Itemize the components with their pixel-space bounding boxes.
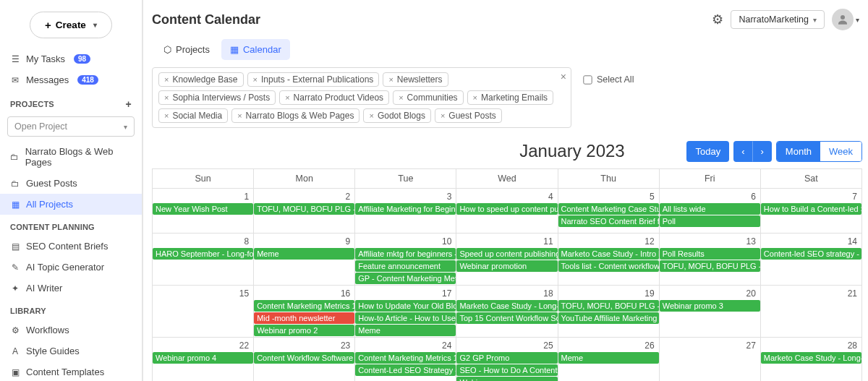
sidebar-item-all-projects[interactable]: ▦ All Projects — [0, 194, 142, 215]
today-button[interactable]: Today — [686, 141, 729, 162]
remove-chip-icon[interactable]: × — [237, 111, 242, 120]
remove-chip-icon[interactable]: × — [441, 111, 445, 120]
filter-chip[interactable]: ×Godot Blogs — [363, 108, 430, 123]
calendar-cell[interactable]: 2TOFU, MOFU, BOFU PLG - Intro Po — [254, 189, 355, 234]
select-all[interactable]: Select All — [583, 74, 634, 85]
workspace-switcher[interactable]: NarratoMarketing ▾ — [731, 10, 825, 29]
calendar-event[interactable]: TOFU, MOFU, BOFU PLG - Long-fo — [558, 300, 659, 312]
sidebar-item-templates[interactable]: ▣ Content Templates — [0, 361, 142, 381]
calendar-event[interactable]: Content Marketing Case Study: Ma — [558, 203, 659, 215]
calendar-event[interactable]: Meme — [355, 325, 456, 336]
calendar-event[interactable]: How-to Article - How to Use Goog — [355, 312, 456, 324]
calendar-event[interactable]: G2 GP Promo — [456, 352, 557, 364]
remove-chip-icon[interactable]: × — [399, 93, 403, 102]
filter-chip[interactable]: ×Social Media — [158, 108, 228, 123]
chevron-down-icon[interactable]: ▾ — [856, 16, 859, 24]
calendar-cell[interactable]: 23Content Workflow Software - Long — [254, 338, 355, 382]
calendar-cell[interactable]: 10Affiliate mktg for beginners - LongFea… — [355, 234, 456, 286]
calendar-cell[interactable]: 25G2 GP PromoSEO - How to Do A Content S… — [456, 338, 558, 382]
next-button[interactable]: › — [753, 141, 772, 162]
sidebar-item-style-guides[interactable]: A Style Guides — [0, 341, 142, 361]
calendar-cell[interactable]: 9Meme — [254, 234, 355, 286]
tab-calendar[interactable]: ▦ Calendar — [221, 39, 290, 60]
calendar-event[interactable]: Speed up content publishing - Lon — [456, 248, 557, 260]
open-project-select[interactable]: Open Project ▾ — [7, 116, 135, 137]
calendar-event[interactable]: Content-Led SEO Strategy - Long- — [355, 364, 456, 376]
calendar-cell[interactable]: 4How to speed up content publishin — [456, 189, 558, 234]
calendar-event[interactable]: How to speed up content publishin — [456, 203, 557, 215]
create-button[interactable]: + Create ▾ — [30, 12, 112, 38]
sidebar-item-workflows[interactable]: ⚙ Workflows — [0, 320, 142, 341]
remove-chip-icon[interactable]: × — [285, 93, 289, 102]
calendar-event[interactable]: Mid -month newsletter — [254, 312, 354, 324]
calendar-event[interactable]: Affiliate mktg for beginners - Long — [355, 248, 456, 260]
calendar-event[interactable]: Content Marketing Metrics 101 - P — [355, 352, 456, 364]
calendar-cell[interactable]: 27 — [659, 338, 760, 382]
avatar[interactable] — [832, 9, 854, 30]
calendar-cell[interactable]: 22Webinar promo 4 — [153, 338, 254, 382]
calendar-cell[interactable]: 11Speed up content publishing - LonWebin… — [456, 234, 558, 286]
filter-chip[interactable]: ×Knowledge Base — [158, 72, 244, 87]
calendar-cell[interactable]: 21 — [760, 286, 861, 338]
filter-chip[interactable]: ×Newsletters — [383, 72, 448, 87]
calendar-event[interactable]: YouTube Affiliate Marketing — [558, 312, 659, 324]
calendar-event[interactable]: TOFU, MOFU, BOFU PLG - Long-fo — [660, 260, 760, 272]
calendar-cell[interactable]: 15 — [153, 286, 254, 338]
nav-messages[interactable]: ✉ Messages 418 — [0, 69, 142, 90]
calendar-event[interactable]: Webinar promotion — [456, 260, 557, 272]
sidebar-item-narrato-blogs[interactable]: 🗀 Narrato Blogs & Web Pages — [0, 141, 142, 173]
calendar-event[interactable]: Tools list - Content workflow softw — [558, 260, 659, 272]
filter-chip[interactable]: ×Guest Posts — [435, 108, 502, 123]
remove-chip-icon[interactable]: × — [164, 93, 169, 102]
sidebar-item-ai-writer[interactable]: ✦ AI Writer — [0, 278, 142, 299]
calendar-event[interactable]: Poll — [660, 215, 760, 227]
prev-button[interactable]: ‹ — [733, 141, 752, 162]
calendar-cell[interactable]: 26Meme — [558, 338, 659, 382]
calendar-cell[interactable]: 3Affiliate Marketing for Beginners - — [355, 189, 456, 234]
remove-chip-icon[interactable]: × — [253, 75, 258, 84]
nav-my-tasks[interactable]: ☰ My Tasks 98 — [0, 48, 142, 69]
calendar-cell[interactable]: 14Content-led SEO strategy - Long-f — [760, 234, 861, 286]
calendar-cell[interactable]: 1New Year Wish Post — [153, 189, 254, 234]
calendar-event[interactable]: Webinar promo 3 — [660, 300, 760, 312]
calendar-cell[interactable]: 18Marketo Case Study - Long-form pTop 15… — [456, 286, 558, 338]
remove-chip-icon[interactable]: × — [164, 111, 169, 120]
filter-chips[interactable]: ×Knowledge Base×Inputs - External Public… — [152, 67, 571, 128]
sidebar-item-guest-posts[interactable]: 🗀 Guest Posts — [0, 173, 142, 194]
calendar-event[interactable]: New Year Wish Post — [153, 203, 253, 215]
calendar-event[interactable]: HARO September - Long-form pos — [153, 248, 253, 260]
calendar-cell[interactable]: 28Marketo Case Study - Long-form p — [760, 338, 861, 382]
calendar-event[interactable]: Content Marketing Metrics 101 - P — [254, 300, 354, 312]
filter-chip[interactable]: ×Inputs - External Publications — [247, 72, 380, 87]
calendar-event[interactable]: Affiliate Marketing for Beginners - — [355, 203, 456, 215]
calendar-event[interactable]: Webinar summary — [456, 377, 557, 381]
calendar-cell[interactable]: 6All lists widePoll — [659, 189, 760, 234]
calendar-event[interactable]: How to Build a Content-led SEO St — [761, 203, 861, 215]
calendar-event[interactable]: Marketo Case Study - Long-form p — [456, 300, 557, 312]
remove-chip-icon[interactable]: × — [473, 93, 477, 102]
calendar-cell[interactable]: 20Webinar promo 3 — [659, 286, 760, 338]
calendar-cell[interactable]: 7How to Build a Content-led SEO St — [760, 189, 861, 234]
calendar-cell[interactable]: 5Content Marketing Case Study: MaNarrato… — [558, 189, 659, 234]
calendar-cell[interactable]: 13Poll ResultsTOFU, MOFU, BOFU PLG - Lon… — [659, 234, 760, 286]
calendar-event[interactable]: How to Update Your Old Blog Post — [355, 300, 456, 312]
calendar-event[interactable]: Feature announcement — [355, 260, 456, 272]
sidebar-item-ai-topic[interactable]: ✎ AI Topic Generator — [0, 257, 142, 278]
calendar-event[interactable]: Top 15 Content Workflow Softwar — [456, 312, 557, 324]
clear-filters-icon[interactable]: × — [561, 71, 566, 82]
add-project-icon[interactable]: + — [126, 98, 132, 110]
calendar-cell[interactable]: 12Marketo Case Study - Intro PostTools l… — [558, 234, 659, 286]
select-all-checkbox[interactable] — [583, 75, 592, 84]
calendar-event[interactable]: Content-led SEO strategy - Long-f — [761, 248, 861, 260]
sidebar-item-seo-briefs[interactable]: ▤ SEO Content Briefs — [0, 236, 142, 257]
calendar-event[interactable]: Meme — [558, 352, 659, 364]
remove-chip-icon[interactable]: × — [164, 75, 169, 84]
calendar-cell[interactable]: 17How to Update Your Old Blog PostHow-to… — [355, 286, 456, 338]
remove-chip-icon[interactable]: × — [369, 111, 373, 120]
calendar-cell[interactable]: 16Content Marketing Metrics 101 - PMid -… — [254, 286, 355, 338]
calendar-event[interactable]: Meme — [254, 248, 354, 260]
calendar-event[interactable]: GP - Content Marketing Metrics 10 — [355, 273, 456, 284]
filter-chip[interactable]: ×Narrato Blogs & Web Pages — [231, 108, 359, 123]
calendar-event[interactable]: Webinar promo 2 — [254, 325, 354, 336]
filter-chip[interactable]: ×Communities — [393, 90, 463, 105]
